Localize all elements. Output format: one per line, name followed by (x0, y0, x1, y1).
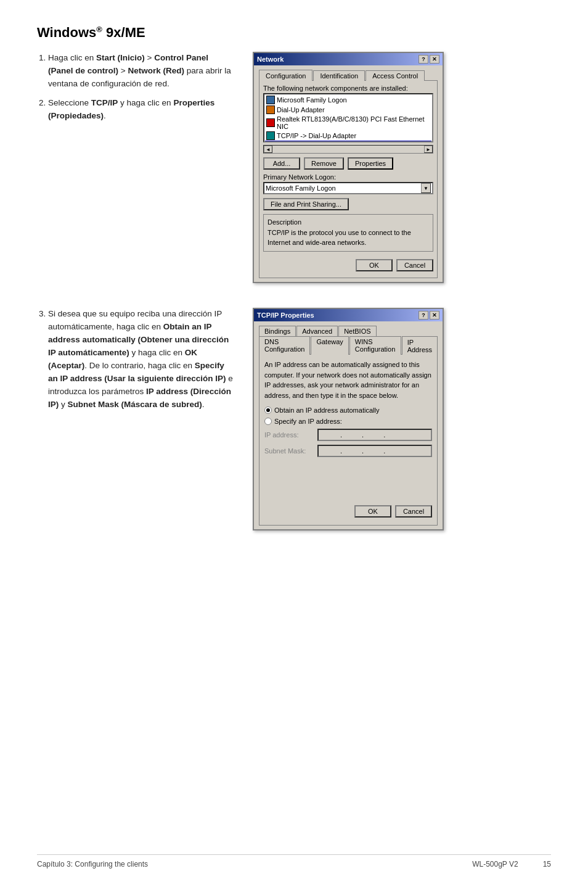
ip-input[interactable]: . . . (317, 429, 432, 441)
cancel-button[interactable]: Cancel (396, 259, 433, 271)
ok-button[interactable]: OK (356, 259, 393, 271)
tcpip-icon (266, 131, 275, 140)
network-ok-cancel: OK Cancel (263, 257, 433, 274)
subnet-seg-2[interactable] (343, 447, 361, 455)
step3-list: Si desea que su equipo reciba una direcc… (37, 308, 234, 411)
description-title: Description (267, 218, 429, 226)
tcpip-description: An IP address can be automatically assig… (264, 360, 432, 400)
ip-seg-2[interactable] (343, 431, 361, 439)
step-3: Si desea que su equipo reciba una direcc… (48, 308, 234, 411)
tcpip-dialog: TCP/IP Properties ? ✕ Bindings Advanced … (253, 308, 444, 530)
components-listbox[interactable]: Microsoft Family Logon Dial-Up Adapter R… (263, 93, 433, 142)
tcpip-cancel-button[interactable]: Cancel (395, 505, 432, 518)
tcpip-ok-button[interactable]: OK (354, 505, 391, 518)
tab-advanced[interactable]: Advanced (296, 326, 338, 336)
description-groupbox: Description TCP/IP is the protocol you u… (263, 214, 433, 252)
footer-left: Capítulo 3: Configuring the clients (37, 860, 148, 868)
radio-specify-input[interactable] (264, 418, 272, 425)
net-icon (266, 96, 275, 104)
tcpip-close-button[interactable]: ✕ (430, 311, 439, 320)
help-button[interactable]: ? (419, 55, 428, 64)
ip-address-row: IP address: . . . (264, 429, 432, 441)
tab-bindings[interactable]: Bindings (259, 326, 296, 336)
list-item: Dial-Up Adapter (265, 105, 431, 115)
scroll-track (272, 146, 424, 153)
description-text: TCP/IP is the protocol you use to connec… (267, 228, 429, 247)
tcpip-help-button[interactable]: ? (419, 311, 428, 320)
realtek-icon (266, 118, 275, 127)
footer-right-group: WL-500gP V2 15 (472, 860, 551, 868)
add-button[interactable]: Add... (263, 157, 300, 170)
tab-gateway[interactable]: Gateway (311, 336, 348, 355)
dropdown-arrow: ▼ (421, 183, 431, 193)
network-dialog-titlebar: Network ? ✕ (254, 53, 443, 65)
page-footer: Capítulo 3: Configuring the clients WL-5… (37, 854, 551, 868)
file-print-row: File and Print Sharing... (263, 198, 433, 210)
properties-button[interactable]: Properties (348, 157, 393, 170)
page: Windows® 9x/ME Haga clic en Start (Inici… (0, 0, 588, 887)
tcpip-dialog-content: Bindings Advanced NetBIOS DNS Configurat… (254, 321, 443, 529)
steps-list: Haga clic en Start (Inicio) > Control Pa… (37, 52, 234, 123)
network-tabs: Configuration Identification Access Cont… (259, 69, 438, 80)
radio-specify-ip[interactable]: Specify an IP address: (264, 418, 432, 425)
step-1: Haga clic en Start (Inicio) > Control Pa… (48, 52, 234, 91)
footer-product: WL-500gP V2 (472, 860, 518, 868)
spacer (264, 461, 432, 498)
steps-1-2-block: Haga clic en Start (Inicio) > Control Pa… (37, 52, 551, 283)
subnet-seg-1[interactable] (321, 447, 340, 455)
step3-block: Si desea que su equipo reciba una direcc… (37, 308, 551, 530)
tab-wins-config[interactable]: WINS Configuration (349, 336, 401, 355)
tab-identification[interactable]: Identification (313, 70, 365, 81)
ip-seg-1[interactable] (321, 431, 340, 439)
primary-logon-label: Primary Network Logon: (263, 173, 433, 181)
network-action-buttons: Add... Remove Properties (263, 157, 433, 170)
primary-logon-dropdown[interactable]: Microsoft Family Logon ▼ (263, 182, 433, 194)
tab-dns-config[interactable]: DNS Configuration (259, 336, 310, 355)
step3-text: Si desea que su equipo reciba una direcc… (37, 308, 234, 417)
network-tab-content: The following network components are ins… (259, 80, 438, 278)
titlebar-buttons: ? ✕ (419, 55, 439, 64)
ip-seg-3[interactable] (364, 431, 383, 439)
list-item: Realtek RTL8139(A/B/C/8130) PCI Fast Eth… (265, 115, 431, 131)
tcpip-dialog-image: TCP/IP Properties ? ✕ Bindings Advanced … (253, 308, 551, 530)
tab-configuration[interactable]: Configuration (259, 70, 312, 81)
list-item: TCP/IP -> Dial-Up Adapter (265, 131, 431, 141)
network-dialog: Network ? ✕ Configuration Identification… (253, 52, 444, 283)
subnet-input[interactable]: . . . (317, 445, 432, 457)
ip-label: IP address: (264, 431, 314, 439)
subnet-row: Subnet Mask: . . . (264, 445, 432, 457)
radio-obtain-label: Obtain an IP address automatically (274, 406, 379, 414)
hscrollbar[interactable]: ◄ ► (263, 145, 433, 154)
list-item: Microsoft Family Logon (265, 95, 431, 105)
close-button[interactable]: ✕ (430, 55, 439, 64)
remove-button[interactable]: Remove (304, 157, 344, 170)
subnet-seg-3[interactable] (364, 447, 383, 455)
network-dialog-image: Network ? ✕ Configuration Identification… (253, 52, 551, 283)
steps-1-2-text: Haga clic en Start (Inicio) > Control Pa… (37, 52, 234, 129)
section-title: Windows® 9x/ME (37, 25, 551, 41)
radio-specify-label: Specify an IP address: (274, 418, 342, 425)
step-2: Seleccione TCP/IP y haga clic en Propert… (48, 97, 234, 123)
network-dialog-title: Network (257, 56, 284, 63)
tcpip-dialog-titlebar: TCP/IP Properties ? ✕ (254, 309, 443, 321)
tab-netbios[interactable]: NetBIOS (338, 326, 376, 336)
file-print-button[interactable]: File and Print Sharing... (263, 198, 349, 210)
tcpip-titlebar-buttons: ? ✕ (419, 311, 439, 320)
dial-icon (266, 105, 275, 114)
list-item-selected[interactable]: TCP/IP -> Realtek RTL8139(A/B/C/8130) PC… (265, 141, 431, 142)
ip-seg-4[interactable] (386, 431, 404, 439)
tcpip-tabs-bottom: DNS Configuration Gateway WINS Configura… (259, 336, 438, 354)
tcpip-ok-cancel: OK Cancel (264, 503, 432, 520)
radio-obtain-ip[interactable]: Obtain an IP address automatically (264, 406, 432, 414)
tcpip-tab-content: An IP address can be automatically assig… (259, 354, 438, 526)
footer-page-number: 15 (543, 860, 551, 868)
components-label: The following network components are ins… (263, 85, 433, 92)
scroll-right[interactable]: ► (424, 146, 433, 153)
radio-obtain-input[interactable] (264, 406, 272, 414)
subnet-seg-4[interactable] (386, 447, 404, 455)
tcpip-dialog-title: TCP/IP Properties (257, 311, 314, 319)
subnet-label: Subnet Mask: (264, 447, 314, 455)
scroll-left[interactable]: ◄ (264, 146, 272, 153)
tab-access-control[interactable]: Access Control (365, 70, 425, 81)
tab-ip-address[interactable]: IP Address (402, 336, 438, 355)
